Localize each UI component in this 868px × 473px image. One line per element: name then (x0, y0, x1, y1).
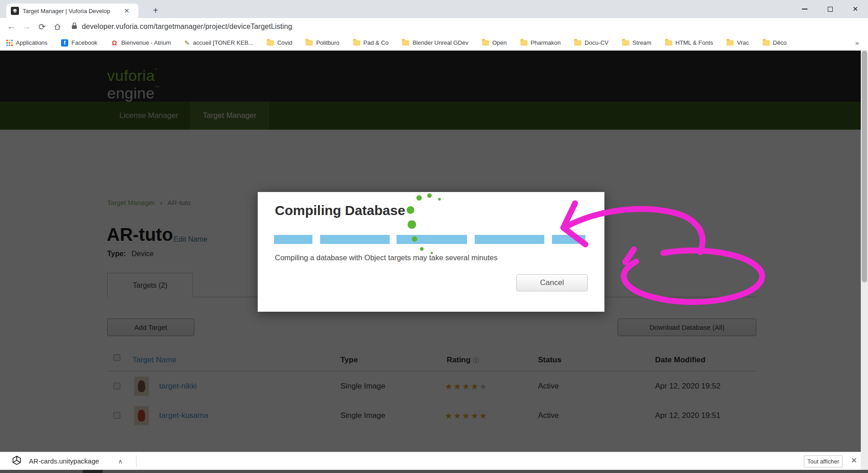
close-window-button[interactable]: ✕ (843, 0, 868, 18)
bookmark-label: Blender Unreal GDev (412, 39, 468, 46)
progress-segment (320, 235, 390, 244)
bookmark-item-facebook[interactable]: f Facebook (61, 39, 97, 47)
address-bar[interactable]: developer.vuforia.com/targetmanager/proj… (71, 22, 292, 31)
browser-tab[interactable]: Target Manager | Vuforia Develop ✕ (6, 4, 138, 18)
screen: Target Manager | Vuforia Develop ✕ + ✕ ←… (0, 0, 868, 473)
download-file-name[interactable]: AR-cards.unitypackage (29, 457, 99, 465)
progress-segment (274, 235, 312, 244)
folder-icon (353, 40, 360, 46)
modal-title: Compiling Database (275, 203, 405, 218)
scrollbar-thumb[interactable] (862, 51, 867, 282)
folder-icon (622, 40, 629, 46)
bookmark-item[interactable]: Pad & Co (353, 39, 389, 46)
bookmark-label: accueil [TONER KEB... (193, 39, 253, 46)
folder-bookmarks: CovidPolitburoPad & CoBlender Unreal GDe… (267, 39, 800, 46)
bookmark-item[interactable]: Covid (267, 39, 292, 46)
refresh-icon[interactable]: ⟳ (34, 20, 50, 33)
forward-icon[interactable]: → (19, 20, 34, 33)
bookmark-label: Bienvenue - Atrium (121, 39, 171, 46)
bookmark-label: HTML & Fonts (675, 39, 713, 46)
facebook-icon: f (61, 39, 68, 47)
bookmark-label: Vrac (737, 39, 749, 46)
window-controls: ✕ (792, 0, 868, 18)
bookmark-item-applications[interactable]: Applications (6, 39, 47, 46)
bookmark-label: Déco (773, 39, 787, 46)
bookmark-label: Politburo (316, 39, 339, 46)
toolbar: ← → ⟳ developer.vuforia.com/targetmanage… (0, 18, 868, 35)
downloads-divider (136, 455, 137, 467)
progress-segment (552, 235, 585, 244)
url-text: developer.vuforia.com/targetmanager/proj… (82, 23, 292, 31)
minimize-button[interactable] (792, 0, 817, 18)
bookmark-item[interactable]: Vrac (726, 39, 749, 46)
bookmark-item[interactable]: Pharmakon (520, 39, 561, 46)
folder-icon (267, 40, 274, 46)
tab-title: Target Manager | Vuforia Develop (23, 8, 122, 14)
bookmark-label: Covid (277, 39, 292, 46)
bookmark-item[interactable]: Open (482, 39, 507, 46)
download-chevron-icon[interactable]: ∧ (118, 458, 123, 465)
folder-icon (402, 40, 409, 46)
bookmark-item[interactable]: Déco (763, 39, 787, 46)
back-icon[interactable]: ← (4, 20, 19, 33)
close-downloads-icon[interactable]: ✕ (851, 456, 857, 465)
page-content: vuforia° engine™ developer portal HomePr… (0, 51, 861, 452)
folder-icon (306, 40, 313, 46)
bookmark-label: Docu-CV (585, 39, 609, 46)
folder-icon (763, 40, 770, 46)
bookmark-item[interactable]: HTML & Fonts (665, 39, 713, 46)
apps-grid-icon (6, 40, 13, 46)
bookmark-item[interactable]: Docu-CV (574, 39, 609, 46)
modal-message: Compiling a database with Object targets… (275, 253, 498, 262)
atrium-icon: Ω (111, 39, 118, 47)
bookmark-label: Pad & Co (363, 39, 389, 46)
progress-segment (475, 235, 544, 244)
bookmark-label: Applications (16, 39, 47, 46)
pencil-icon: ✎ (184, 39, 190, 47)
taskbar-strip (0, 470, 868, 473)
bookmark-label: Facebook (71, 39, 97, 46)
bookmark-item-atrium[interactable]: Ω Bienvenue - Atrium (111, 39, 171, 47)
bookmark-item[interactable]: Blender Unreal GDev (402, 39, 468, 46)
bookmark-label: Pharmakon (531, 39, 561, 46)
folder-icon (726, 40, 734, 46)
tab-close-icon[interactable]: ✕ (124, 7, 130, 15)
show-all-downloads-button[interactable]: Tout afficher (804, 455, 843, 468)
tab-strip: Target Manager | Vuforia Develop ✕ + ✕ (0, 0, 868, 18)
unity-icon (12, 455, 22, 467)
page-scrollbar[interactable] (861, 51, 868, 470)
taskbar-segment (83, 470, 103, 473)
vuforia-favicon (11, 7, 19, 15)
bookmark-label: Stream (632, 39, 651, 46)
bookmark-item[interactable]: Stream (622, 39, 651, 46)
folder-icon (482, 40, 489, 46)
folder-icon (574, 40, 581, 46)
home-icon[interactable] (50, 20, 65, 33)
bookmarks-overflow-icon[interactable]: » (855, 39, 859, 47)
folder-icon (520, 40, 528, 46)
downloads-bar: AR-cards.unitypackage ∧ Tout afficher ✕ (0, 452, 861, 470)
cancel-button[interactable]: Cancel (516, 274, 588, 291)
bookmark-item-accueil[interactable]: ✎ accueil [TONER KEB... (184, 39, 253, 47)
spinner-icon (393, 192, 461, 264)
lock-icon (71, 22, 77, 31)
bookmarks-bar: Applications f Facebook Ω Bienvenue - At… (0, 35, 868, 51)
maximize-button[interactable] (817, 0, 843, 18)
folder-icon (665, 40, 672, 46)
bookmark-item[interactable]: Politburo (306, 39, 339, 46)
new-tab-button[interactable]: + (149, 4, 162, 17)
compiling-modal: Compiling Database Compiling a database … (258, 192, 604, 312)
bookmark-label: Open (492, 39, 507, 46)
